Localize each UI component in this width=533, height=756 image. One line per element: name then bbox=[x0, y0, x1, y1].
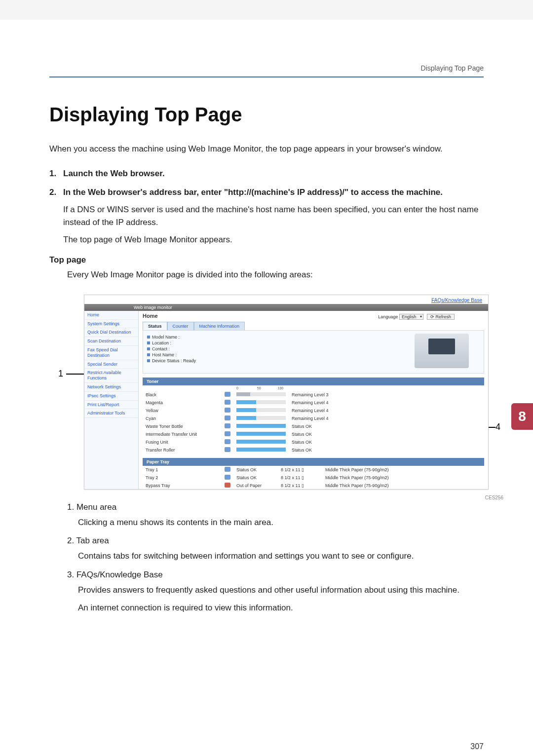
manual-page: Displaying Top Page Displaying Top Page … bbox=[0, 20, 533, 756]
status-icon bbox=[225, 447, 230, 452]
tray-paper: Middle Thick Paper (75-90g/m2) bbox=[322, 474, 484, 482]
language-select[interactable]: English bbox=[399, 314, 424, 320]
legend-list: 1. Menu area Clicking a menu shows its c… bbox=[67, 502, 484, 614]
toner-row: CyanRemaining Level 4 bbox=[143, 415, 484, 422]
toner-row: YellowRemaining Level 4 bbox=[143, 407, 484, 415]
printer-image bbox=[415, 334, 469, 368]
tray-paper: Middle Thick Paper (75-90g/m2) bbox=[322, 482, 484, 490]
toner-row: Transfer RollerStatus OK bbox=[143, 446, 484, 454]
legend-1-num: 1. bbox=[67, 502, 74, 512]
sidebar-item-special-sender[interactable]: Special Sender bbox=[84, 360, 138, 369]
toner-row: BlackRemaining Level 3 bbox=[143, 391, 484, 399]
tray-name: Tray 1 bbox=[143, 466, 222, 474]
legend-3-body-1: Provides answers to frequently asked que… bbox=[78, 584, 484, 597]
tray-status: Out of Paper bbox=[233, 482, 278, 490]
sidebar-item-ipsec-settings[interactable]: IPsec Settings bbox=[84, 392, 138, 401]
tab-machine-info[interactable]: Machine Information bbox=[194, 322, 245, 330]
toner-name: Intermediate Transfer Unit bbox=[143, 430, 222, 438]
chapter-tab: 8 bbox=[511, 403, 533, 430]
language-row: Language English ⟳ Refresh bbox=[378, 314, 455, 320]
callout-4-label: 4 bbox=[495, 422, 500, 432]
steps-list: Launch the Web browser. In the Web brows… bbox=[63, 167, 484, 246]
step-1: Launch the Web browser. bbox=[63, 167, 484, 180]
toner-status: Status OK bbox=[289, 422, 484, 430]
host-name-label: Host Name bbox=[152, 352, 174, 357]
sidebar-item-network-settings[interactable]: Network Settings bbox=[84, 383, 138, 392]
sidebar-item-admin-tools[interactable]: Administrator Tools bbox=[84, 409, 138, 418]
toner-status: Remaining Level 4 bbox=[289, 399, 484, 407]
tray-status: Status OK bbox=[233, 466, 278, 474]
sidebar-item-restrict-functions[interactable]: Restrict Available Functions bbox=[84, 369, 138, 383]
tray-table: Tray 1Status OK8 1/2 x 11 ▯Middle Thick … bbox=[143, 466, 484, 490]
refresh-button[interactable]: ⟳ Refresh bbox=[427, 314, 455, 320]
scale-mid: 50 bbox=[257, 386, 261, 390]
tray-status-icon bbox=[225, 467, 230, 472]
step-1-head: Launch the Web browser. bbox=[63, 169, 165, 178]
step-2-head: In the Web browser's address bar, enter … bbox=[63, 188, 443, 197]
toner-table: 0 50 100 BlackRemaining Level 3MagentaRe… bbox=[143, 385, 484, 454]
header-rule bbox=[49, 76, 484, 77]
sidebar-item-quick-dial[interactable]: Quick Dial Destination bbox=[84, 328, 138, 337]
location-label: Location bbox=[152, 340, 169, 345]
bullet-icon bbox=[147, 336, 150, 339]
toner-status: Status OK bbox=[289, 446, 484, 454]
toner-name: Transfer Roller bbox=[143, 446, 222, 454]
location-value: : bbox=[170, 340, 172, 345]
legend-2-body: Contains tabs for switching between info… bbox=[78, 550, 484, 563]
legend-2-num: 2. bbox=[67, 536, 74, 545]
tray-status-icon bbox=[225, 475, 230, 480]
tray-name: Bypass Tray bbox=[143, 482, 222, 490]
sidebar-item-system-settings[interactable]: System Settings bbox=[84, 320, 138, 329]
level-bar bbox=[236, 448, 286, 452]
host-name-value: : bbox=[176, 352, 177, 357]
sidebar-item-print-list-report[interactable]: Print List/Report bbox=[84, 401, 138, 410]
legend-1-head: Menu area bbox=[76, 502, 116, 512]
header-section-title: Displaying Top Page bbox=[421, 64, 484, 72]
legend-item-2: 2. Tab area Contains tabs for switching … bbox=[67, 536, 484, 563]
top-page-heading: Top page bbox=[49, 255, 484, 265]
contact-value: : bbox=[169, 346, 170, 351]
legend-3-num: 3. bbox=[67, 570, 74, 579]
toner-status: Remaining Level 3 bbox=[289, 391, 484, 399]
toner-row: Fusing UnitStatus OK bbox=[143, 438, 484, 446]
tab-counter[interactable]: Counter bbox=[167, 322, 194, 330]
status-icon bbox=[225, 400, 230, 405]
legend-item-3: 3. FAQs/Knowledge Base Provides answers … bbox=[67, 570, 484, 615]
level-bar bbox=[236, 408, 286, 412]
page-title: Displaying Top Page bbox=[49, 104, 484, 126]
faq-knowledge-base-link[interactable]: FAQs/Knowledge Base bbox=[431, 298, 482, 303]
screenshot-illustration: 1 2 3 4 FAQs/Knowledge Base Web image mo… bbox=[67, 295, 501, 490]
sidebar-item-home[interactable]: Home bbox=[84, 311, 138, 320]
toner-status: Status OK bbox=[289, 430, 484, 438]
scale-min: 0 bbox=[236, 386, 238, 390]
portrait-icon: ▯ bbox=[302, 467, 304, 472]
toner-section-title: Toner bbox=[143, 378, 484, 385]
sidebar-item-fax-speed-dial[interactable]: Fax Speed Dial Destination bbox=[84, 346, 138, 360]
legend-1-body: Clicking a menu shows its contents in th… bbox=[78, 516, 484, 529]
language-label: Language bbox=[378, 314, 398, 319]
device-status-value: : Ready bbox=[181, 358, 196, 363]
tab-status[interactable]: Status bbox=[143, 322, 167, 330]
refresh-label: Refresh bbox=[435, 314, 451, 319]
status-icon bbox=[225, 392, 230, 397]
step-2: In the Web browser's address bar, enter … bbox=[63, 186, 484, 246]
scale-max: 100 bbox=[278, 386, 284, 390]
toner-scale-row: 0 50 100 bbox=[143, 385, 484, 391]
figure-code: CES256 bbox=[485, 495, 503, 500]
intro-paragraph: When you access the machine using Web Im… bbox=[49, 143, 484, 155]
legend-3-body-2: An internet connection is required to vi… bbox=[78, 602, 484, 614]
tray-section-title: Paper Tray bbox=[143, 458, 484, 466]
bullet-icon bbox=[147, 347, 150, 350]
tray-name: Tray 2 bbox=[143, 474, 222, 482]
status-icon bbox=[225, 431, 230, 436]
sidebar-item-scan-destination[interactable]: Scan Destination bbox=[84, 337, 138, 346]
callout-1-label: 1 bbox=[58, 369, 63, 379]
toner-name: Yellow bbox=[143, 407, 222, 415]
contact-label: Contact bbox=[152, 346, 167, 351]
bullet-icon bbox=[147, 359, 150, 362]
step-2-body-1: If a DNS or WINS server is used and the … bbox=[63, 203, 484, 228]
tray-status-icon bbox=[225, 483, 230, 488]
tray-row: Tray 1Status OK8 1/2 x 11 ▯Middle Thick … bbox=[143, 466, 484, 474]
tray-status: Status OK bbox=[233, 474, 278, 482]
status-icon bbox=[225, 416, 230, 420]
